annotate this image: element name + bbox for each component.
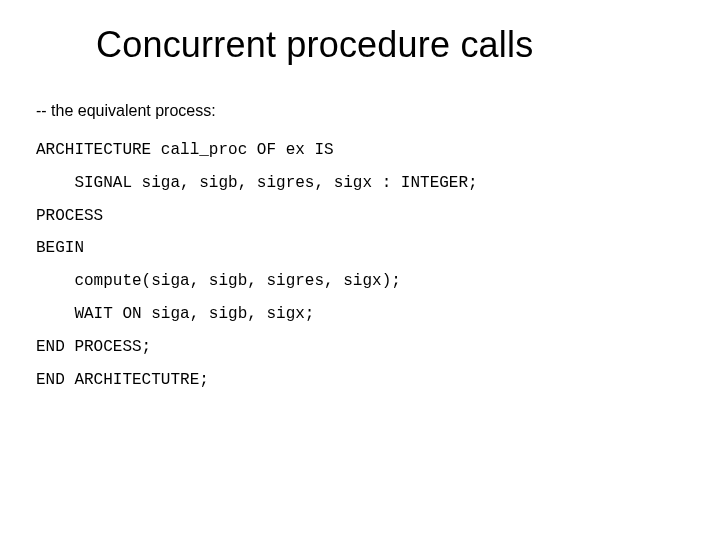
slide-comment: -- the equivalent process: bbox=[36, 102, 684, 120]
code-line: END ARCHITECTUTRE; bbox=[36, 371, 209, 389]
code-line: ARCHITECTURE call_proc OF ex IS bbox=[36, 141, 334, 159]
code-line: SIGNAL siga, sigb, sigres, sigx : INTEGE… bbox=[36, 174, 478, 192]
code-line: PROCESS bbox=[36, 207, 103, 225]
code-line: WAIT ON siga, sigb, sigx; bbox=[36, 305, 314, 323]
code-line: compute(siga, sigb, sigres, sigx); bbox=[36, 272, 401, 290]
code-line: BEGIN bbox=[36, 239, 84, 257]
code-line: END PROCESS; bbox=[36, 338, 151, 356]
code-block: ARCHITECTURE call_proc OF ex IS SIGNAL s… bbox=[36, 134, 684, 396]
slide-title: Concurrent procedure calls bbox=[96, 24, 684, 66]
slide: Concurrent procedure calls -- the equiva… bbox=[0, 0, 720, 540]
